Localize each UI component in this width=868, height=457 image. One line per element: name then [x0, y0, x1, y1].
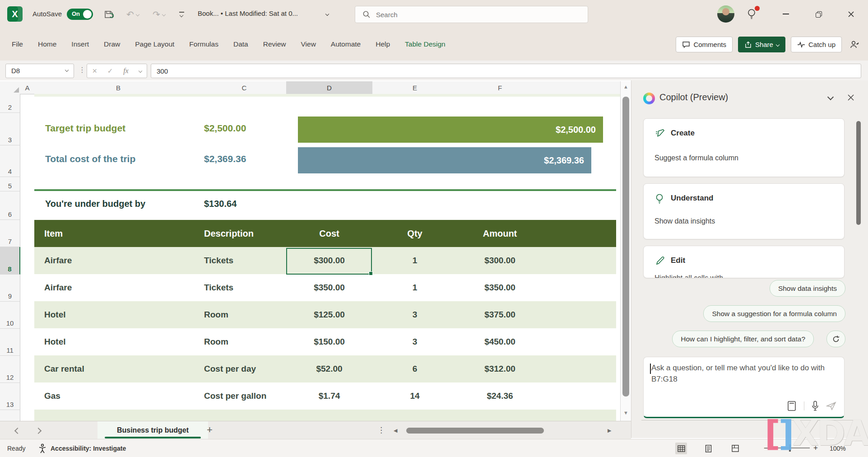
- cell-amount[interactable]: $450.00: [457, 328, 543, 355]
- tab-review[interactable]: Review: [263, 40, 286, 48]
- search-input[interactable]: [375, 6, 576, 23]
- accessibility-status[interactable]: Accessibility: Investigate: [51, 445, 126, 452]
- share-button[interactable]: Share: [738, 37, 785, 52]
- people-presence-button[interactable]: [847, 37, 862, 52]
- horizontal-scroll-thumb[interactable]: [406, 428, 544, 434]
- name-box[interactable]: D8: [5, 64, 74, 78]
- row-header-10[interactable]: 10: [0, 302, 20, 329]
- suggestion-chip[interactable]: How can I highlight, filter, and sort da…: [672, 331, 814, 347]
- chevron-down-icon[interactable]: [138, 69, 142, 73]
- suggestion-chip[interactable]: Show a suggestion for a formula column: [703, 305, 845, 322]
- tab-view[interactable]: View: [301, 40, 316, 48]
- redo-button[interactable]: ↷: [149, 8, 169, 21]
- table-row[interactable]: Hotel Room $150.00 3 $450.00: [34, 328, 616, 355]
- restore-button[interactable]: [812, 7, 825, 21]
- page-break-view-button[interactable]: [729, 443, 741, 454]
- formula-input[interactable]: [156, 64, 857, 78]
- cell-item[interactable]: Airfare: [44, 274, 72, 301]
- quick-access-overflow-button[interactable]: [176, 9, 187, 19]
- column-header-g[interactable]: [543, 81, 621, 94]
- cell-item[interactable]: Gas: [44, 382, 60, 410]
- minimize-button[interactable]: [779, 7, 793, 21]
- tab-home[interactable]: Home: [38, 40, 56, 48]
- avatar[interactable]: [717, 5, 734, 23]
- cell-description[interactable]: Room: [204, 301, 228, 328]
- tab-formulas[interactable]: Formulas: [189, 40, 218, 48]
- summary-label-total[interactable]: Total cost of the trip: [45, 154, 135, 164]
- select-all-corner[interactable]: [0, 81, 21, 94]
- cell-cost[interactable]: $125.00: [286, 301, 372, 328]
- close-panel-icon[interactable]: [847, 94, 854, 101]
- column-header-a[interactable]: A: [20, 81, 35, 94]
- row-header-6[interactable]: 6: [0, 191, 20, 220]
- cell-qty[interactable]: 3: [372, 328, 457, 355]
- hscroll-right-icon[interactable]: ▶: [608, 428, 611, 434]
- column-header-f[interactable]: F: [457, 81, 543, 94]
- refresh-suggestions-button[interactable]: [826, 331, 845, 347]
- column-header-d[interactable]: D: [286, 81, 373, 95]
- normal-view-button[interactable]: [675, 443, 687, 454]
- cell-amount[interactable]: $24.36: [457, 382, 543, 410]
- selected-cell-outline[interactable]: [286, 248, 372, 275]
- table-row[interactable]: Hotel Room $125.00 3 $375.00: [34, 301, 616, 328]
- cell-qty[interactable]: 14: [372, 382, 457, 410]
- catch-up-button[interactable]: Catch up: [791, 37, 842, 52]
- copilot-chat-input[interactable]: Ask a question, or tell me what you'd li…: [643, 357, 845, 418]
- row-header-2[interactable]: 2: [0, 94, 20, 113]
- cell-description[interactable]: Tickets: [204, 274, 233, 301]
- cell-item[interactable]: Hotel: [44, 328, 66, 355]
- prompt-guide-icon[interactable]: [787, 401, 797, 411]
- summary-value-under-budget[interactable]: $130.64: [204, 199, 237, 209]
- summary-label-target[interactable]: Target trip budget: [45, 123, 125, 134]
- cell-cost[interactable]: $1.74: [286, 382, 372, 410]
- cell-qty[interactable]: 6: [372, 355, 457, 382]
- scroll-up-icon[interactable]: ▲: [623, 84, 628, 89]
- search-box[interactable]: [355, 6, 588, 23]
- cell-qty[interactable]: 1: [372, 274, 457, 301]
- sheet-options-icon[interactable]: ⋮: [377, 425, 385, 435]
- title-chevron-down-icon[interactable]: [325, 12, 329, 16]
- tips-button[interactable]: [744, 6, 759, 22]
- close-button[interactable]: [844, 7, 858, 21]
- tab-page-layout[interactable]: Page Layout: [135, 40, 174, 48]
- cell-amount[interactable]: $350.00: [457, 274, 543, 301]
- send-icon[interactable]: [826, 401, 837, 411]
- suggestion-chip[interactable]: Show data insights: [770, 280, 845, 297]
- cell-amount[interactable]: $300.00: [457, 247, 543, 274]
- vertical-scroll-thumb[interactable]: [622, 97, 629, 396]
- copilot-scroll-thumb[interactable]: [856, 121, 861, 225]
- copilot-card-edit[interactable]: Edit Highlight all cells with...: [643, 246, 845, 278]
- total-cost-data-bar[interactable]: $2,369.36: [298, 147, 591, 173]
- row-header-9[interactable]: 9: [0, 275, 20, 302]
- tab-draw[interactable]: Draw: [104, 40, 120, 48]
- excel-app-icon[interactable]: X: [7, 6, 23, 22]
- sheet-tab-business-trip-budget[interactable]: Business trip budget: [97, 421, 208, 439]
- cell-qty[interactable]: 3: [372, 301, 457, 328]
- row-header-5[interactable]: 5: [0, 177, 20, 191]
- tab-automate[interactable]: Automate: [331, 40, 361, 48]
- undo-button[interactable]: ↶: [123, 8, 143, 21]
- target-budget-data-bar[interactable]: $2,500.00: [298, 117, 603, 143]
- collapse-panel-icon[interactable]: [827, 94, 834, 100]
- vertical-scrollbar[interactable]: ▲ ▼: [620, 81, 631, 421]
- microphone-icon[interactable]: [812, 401, 819, 411]
- cell-amount[interactable]: $375.00: [457, 301, 543, 328]
- table-row[interactable]: Airfare Tickets $350.00 1 $350.00: [34, 274, 616, 301]
- comments-button[interactable]: Comments: [676, 37, 733, 52]
- cell-description[interactable]: Cost per gallon: [204, 382, 266, 410]
- row-header-4[interactable]: 4: [0, 145, 20, 177]
- save-button[interactable]: [102, 8, 116, 21]
- tab-insert[interactable]: Insert: [71, 40, 89, 48]
- row-header-12[interactable]: 12: [0, 356, 20, 383]
- prev-sheet-icon[interactable]: [14, 428, 21, 434]
- scroll-down-icon[interactable]: ▼: [623, 410, 628, 415]
- row-header-3[interactable]: 3: [0, 113, 20, 145]
- cell-description[interactable]: Tickets: [204, 247, 233, 274]
- column-header-c[interactable]: C: [202, 81, 287, 94]
- formula-bar-grip-icon[interactable]: ⋮: [79, 65, 86, 74]
- cell-description[interactable]: Room: [204, 328, 228, 355]
- cell-cost[interactable]: $150.00: [286, 328, 372, 355]
- document-title[interactable]: Book... • Last Modified: Sat at 0...: [198, 9, 298, 17]
- cell-qty[interactable]: 1: [372, 247, 457, 274]
- cell-cost[interactable]: $350.00: [286, 274, 372, 301]
